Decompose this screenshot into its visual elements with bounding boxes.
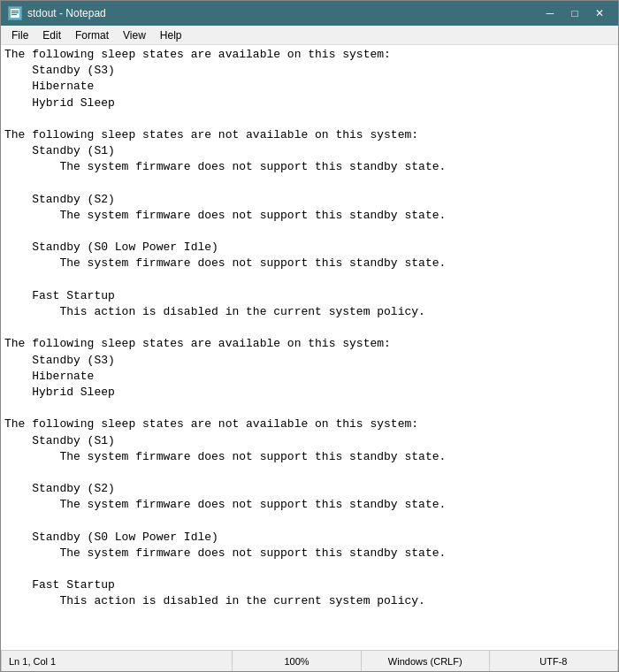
notepad-window: stdout - Notepad ─ □ ✕ File Edit Format …: [0, 0, 619, 672]
app-icon: [8, 6, 22, 20]
maximize-button[interactable]: □: [563, 4, 586, 22]
menu-help[interactable]: Help: [153, 27, 189, 44]
menu-view[interactable]: View: [116, 27, 153, 44]
title-bar-left: stdout - Notepad: [8, 6, 106, 20]
svg-rect-1: [11, 11, 19, 11]
status-encoding: UTF-8: [490, 651, 618, 671]
menu-file[interactable]: File: [4, 27, 35, 44]
window-title: stdout - Notepad: [27, 7, 106, 19]
svg-rect-3: [11, 14, 17, 15]
minimize-button[interactable]: ─: [539, 4, 562, 22]
menu-format[interactable]: Format: [68, 27, 116, 44]
status-position: Ln 1, Col 1: [1, 651, 233, 671]
svg-rect-2: [11, 12, 19, 13]
menu-bar: File Edit Format View Help: [1, 26, 618, 45]
status-zoom: 100%: [233, 651, 361, 671]
status-bar: Ln 1, Col 1 100% Windows (CRLF) UTF-8: [1, 650, 618, 671]
text-editor-area[interactable]: The following sleep states are available…: [1, 45, 618, 650]
status-line-ending: Windows (CRLF): [362, 651, 490, 671]
window-controls: ─ □ ✕: [539, 4, 611, 22]
text-content: The following sleep states are available…: [4, 47, 615, 610]
title-bar: stdout - Notepad ─ □ ✕: [1, 1, 618, 26]
close-button[interactable]: ✕: [588, 4, 611, 22]
menu-edit[interactable]: Edit: [35, 27, 68, 44]
